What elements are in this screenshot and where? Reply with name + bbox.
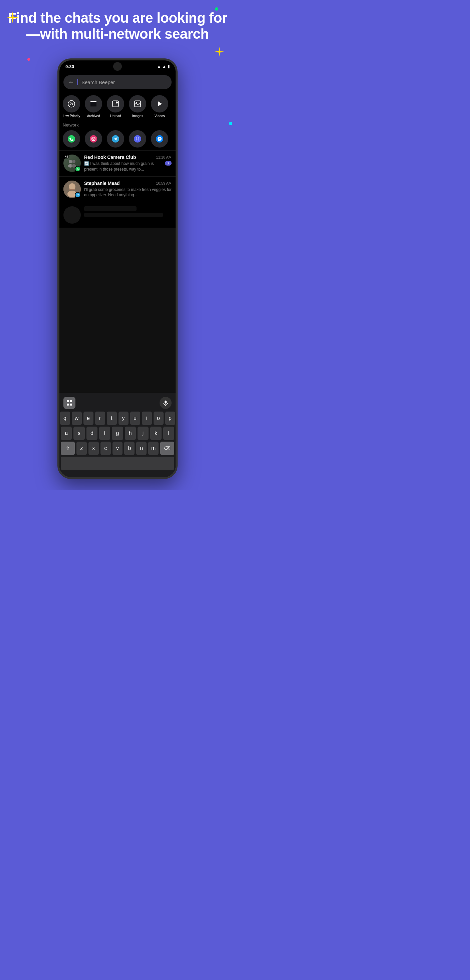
key-backspace[interactable]: ⌫ <box>160 442 174 455</box>
telegram-icon <box>107 130 124 148</box>
filter-row: Low Priority Archived <box>63 95 172 118</box>
svg-point-21 <box>94 137 95 138</box>
dot-green-top <box>215 7 218 11</box>
search-bar[interactable]: ← Search Beeper <box>64 75 172 89</box>
filter-item-videos[interactable]: Videos <box>151 95 168 118</box>
svg-point-17 <box>68 135 75 143</box>
key-b[interactable]: b <box>124 442 134 455</box>
chat-content-partial <box>84 206 172 217</box>
key-w[interactable]: w <box>72 412 82 425</box>
status-time: 9:30 <box>65 64 74 69</box>
filter-label-videos: Videos <box>155 114 164 118</box>
key-l[interactable]: l <box>163 426 174 440</box>
filter-item-unread[interactable]: Unread <box>107 95 124 118</box>
chat-item-red-hook[interactable]: +8 Red Hook Camera Club 11:18 AM 🔄 I was… <box>59 150 175 176</box>
key-shift[interactable]: ⇧ <box>61 442 75 455</box>
key-f[interactable]: f <box>99 426 110 440</box>
key-z[interactable]: z <box>76 442 87 455</box>
network-label: Network <box>63 123 172 127</box>
key-o[interactable]: o <box>153 412 164 425</box>
svg-rect-37 <box>70 404 72 406</box>
search-cursor <box>77 79 78 85</box>
page-wrapper: Find the chats you are looking for—with … <box>0 0 235 490</box>
key-d[interactable]: d <box>86 426 97 440</box>
key-space[interactable] <box>61 457 174 470</box>
keyboard-mic-button[interactable] <box>159 397 172 409</box>
filter-label-unread: Unread <box>110 114 121 118</box>
images-icon <box>129 95 146 113</box>
key-g[interactable]: g <box>112 426 123 440</box>
chat-item-stephanie[interactable]: Stephanie Mead 10:59 AM I'll grab some g… <box>59 176 175 202</box>
key-i[interactable]: i <box>142 412 152 425</box>
key-n[interactable]: n <box>136 442 147 455</box>
svg-rect-1 <box>91 101 96 102</box>
low-priority-icon <box>63 95 80 113</box>
key-q[interactable]: q <box>60 412 70 425</box>
key-y[interactable]: y <box>118 412 129 425</box>
keyboard-row-2: a s d f g h j k l <box>61 426 174 440</box>
network-item-discord[interactable] <box>129 130 146 148</box>
key-h[interactable]: h <box>125 426 136 440</box>
filter-label-archived: Archived <box>87 114 100 118</box>
svg-rect-38 <box>164 401 167 404</box>
key-x[interactable]: x <box>88 442 99 455</box>
filter-label-low-priority: Low Priority <box>63 114 80 118</box>
filter-item-images[interactable]: Images <box>129 95 146 118</box>
key-c[interactable]: c <box>100 442 111 455</box>
search-back-button[interactable]: ← <box>68 79 74 86</box>
key-k[interactable]: k <box>150 426 161 440</box>
svg-point-32 <box>69 183 75 190</box>
chat-content-stephanie: Stephanie Mead 10:59 AM I'll grab some g… <box>84 181 172 198</box>
chat-preview-red-hook: 🔄 I was think about how much grain is pr… <box>84 161 163 172</box>
instagram-icon <box>85 130 102 148</box>
key-a[interactable]: a <box>61 426 72 440</box>
key-u[interactable]: u <box>130 412 140 425</box>
svg-point-27 <box>69 160 72 163</box>
filter-item-low-priority[interactable]: Low Priority <box>63 95 80 118</box>
chat-preview-row-stephanie: I'll grab some groceries to make fresh v… <box>84 187 172 198</box>
svg-point-25 <box>138 138 139 139</box>
camera-notch <box>113 62 122 71</box>
phone-mockup: 9:30 ▲ ▲ ▮ ← Search Beeper <box>57 59 178 479</box>
network-item-messenger[interactable] <box>151 130 168 148</box>
filter-item-archived[interactable]: Archived <box>85 95 102 118</box>
network-item-instagram[interactable] <box>85 130 102 148</box>
svg-rect-3 <box>91 104 96 104</box>
svg-rect-2 <box>91 103 96 103</box>
chat-avatar-red-hook: +8 <box>64 154 81 172</box>
network-item-whatsapp[interactable] <box>63 130 80 148</box>
chat-header-stephanie: Stephanie Mead 10:59 AM <box>84 181 172 186</box>
key-e[interactable]: e <box>83 412 94 425</box>
svg-point-18 <box>90 135 97 143</box>
key-r[interactable]: r <box>95 412 105 425</box>
key-p[interactable]: p <box>165 412 175 425</box>
keyboard-row-4 <box>61 457 174 470</box>
status-bar: 9:30 ▲ ▲ ▮ <box>59 60 175 72</box>
svg-rect-34 <box>67 400 69 402</box>
sparkle-bottom-right-icon <box>213 46 225 57</box>
key-j[interactable]: j <box>137 426 148 440</box>
network-row <box>63 130 172 148</box>
svg-point-24 <box>137 138 137 139</box>
key-t[interactable]: t <box>107 412 117 425</box>
chat-time-stephanie: 10:59 AM <box>156 181 172 185</box>
keyboard-row-1: q w e r t y u i o p <box>61 412 174 425</box>
keyboard-grid-button[interactable] <box>64 397 75 409</box>
keyboard-toolbar <box>61 396 174 412</box>
keyboard: q w e r t y u i o p a s d f g h j k <box>59 393 175 477</box>
key-v[interactable]: v <box>113 442 123 455</box>
search-input[interactable]: Search Beeper <box>81 80 115 85</box>
hero-section: Find the chats you are looking for—with … <box>0 10 235 42</box>
svg-point-7 <box>116 102 118 103</box>
network-item-telegram[interactable] <box>107 130 124 148</box>
telegram-network-badge <box>75 192 81 198</box>
videos-icon <box>151 95 168 113</box>
key-s[interactable]: s <box>73 426 84 440</box>
key-m[interactable]: m <box>148 442 159 455</box>
network-section: Network <box>59 121 175 150</box>
chat-preview-stephanie: I'll grab some groceries to make fresh v… <box>84 187 172 198</box>
search-bar-container: ← Search Beeper <box>59 72 175 92</box>
chat-avatar-stephanie <box>64 181 81 198</box>
chat-avatar-partial <box>64 206 81 224</box>
sparkle-top-left-icon <box>6 11 19 24</box>
